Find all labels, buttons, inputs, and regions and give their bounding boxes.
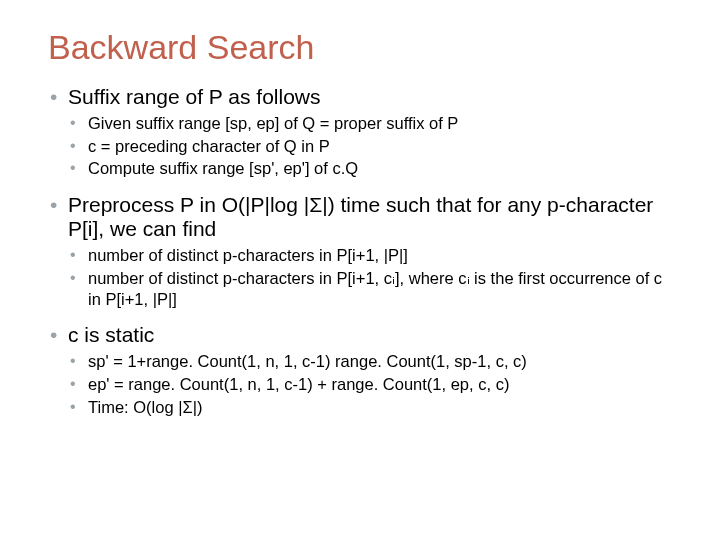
section-2-heading: Preprocess P in O(|P|log |Σ|) time such …: [48, 193, 672, 241]
section-1-items: Given suffix range [sp, ep] of Q = prope…: [48, 113, 672, 179]
section-1: Suffix range of P as follows Given suffi…: [48, 85, 672, 179]
section-3-heading: c is static: [48, 323, 672, 347]
section-1-item-3: Compute suffix range [sp', ep'] of c.Q: [48, 158, 672, 179]
section-1-item-2: c = preceding character of Q in P: [48, 136, 672, 157]
section-3: c is static sp' = 1+range. Count(1, n, 1…: [48, 323, 672, 417]
section-2: Preprocess P in O(|P|log |Σ|) time such …: [48, 193, 672, 309]
section-2-item-1: number of distinct p-characters in P[i+1…: [48, 245, 672, 266]
section-1-heading: Suffix range of P as follows: [48, 85, 672, 109]
section-3-item-1: sp' = 1+range. Count(1, n, 1, c-1) range…: [48, 351, 672, 372]
section-2-items: number of distinct p-characters in P[i+1…: [48, 245, 672, 309]
section-1-item-1: Given suffix range [sp, ep] of Q = prope…: [48, 113, 672, 134]
section-3-items: sp' = 1+range. Count(1, n, 1, c-1) range…: [48, 351, 672, 417]
section-3-item-2: ep' = range. Count(1, n, 1, c-1) + range…: [48, 374, 672, 395]
section-3-item-3: Time: O(log |Σ|): [48, 397, 672, 418]
slide-title: Backward Search: [48, 28, 672, 67]
slide: Backward Search Suffix range of P as fol…: [0, 0, 720, 540]
section-2-item-2: number of distinct p-characters in P[i+1…: [48, 268, 672, 309]
content-list: Suffix range of P as follows Given suffi…: [48, 85, 672, 417]
